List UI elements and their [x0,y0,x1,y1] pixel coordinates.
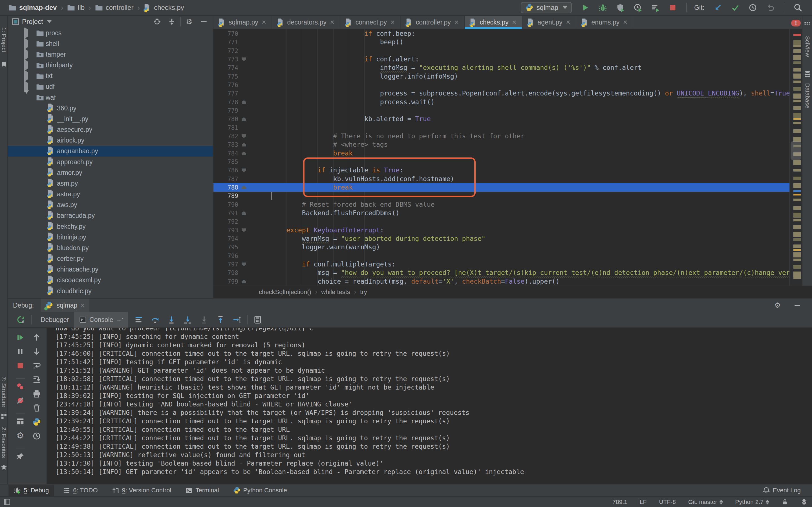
mute-breakpoints-icon[interactable] [14,395,27,406]
step-into-icon[interactable] [165,314,177,326]
breadcrumb-item[interactable]: sqlmap-dev [8,4,57,11]
collapse-all-icon[interactable] [165,17,178,27]
close-icon[interactable]: ✕ [623,19,627,25]
code-line[interactable]: msg = "how do you want to proceed? [ne(X… [271,269,790,277]
tree-item-aesecure.py[interactable]: aesecure.py [8,124,213,135]
tree-item-waf[interactable]: waf [8,92,213,103]
tree-item-bitninja.py[interactable]: bitninja.py [8,232,213,242]
breadcrumb-item[interactable]: checks.py [144,3,184,12]
close-icon[interactable]: ✕ [566,19,571,25]
fold-marker-icon[interactable] [242,143,246,147]
restore-layout-icon[interactable] [14,416,27,427]
python-console-icon[interactable] [31,416,43,428]
tab-debugger[interactable]: Debugger [36,312,74,328]
code-editor[interactable]: 770 if conf.beep:771 beep()772773 if con… [213,29,790,286]
editor-tab-connect.py[interactable]: connect.py✕ [340,16,401,29]
error-indicator-icon[interactable]: ! [791,20,801,26]
show-execution-point-icon[interactable] [133,314,145,326]
breadcrumb-item[interactable]: lib [67,4,85,11]
code-line[interactable]: process.wait() [271,98,435,107]
git-commit-icon[interactable] [729,1,742,14]
code-line[interactable]: if conf.beep: [271,29,415,38]
tree-item-aws.py[interactable]: aws.py [8,200,213,210]
hector-inspector-icon[interactable] [801,499,808,505]
rollback-icon[interactable] [764,1,776,14]
chevron-right-icon[interactable] [24,61,28,69]
tree-item-__init__.py[interactable]: __init__.py [8,114,213,124]
fold-marker-icon[interactable] [242,57,246,61]
code-line[interactable]: Backend.flushForcedDbms() [271,209,400,217]
gear-icon[interactable]: ⚙ [771,299,784,312]
close-icon[interactable]: ✕ [262,19,266,25]
fold-marker-icon[interactable] [242,117,246,121]
settings-icon[interactable]: ⚙ [14,430,27,441]
view-breakpoints-icon[interactable] [14,381,27,392]
tree-item-anquanbao.py[interactable]: anquanbao.py [8,146,213,157]
soft-wrap-icon[interactable] [31,360,43,371]
step-out-icon[interactable] [214,314,227,326]
code-line[interactable]: kb.alerted = True [271,115,431,123]
code-line[interactable]: choice = readInput(msg, default='X', che… [271,277,560,286]
tree-item-thirdparty[interactable]: thirdparty [8,60,213,71]
tree-item-cerber.py[interactable]: cerber.py [8,253,213,264]
close-icon[interactable]: ✕ [390,19,395,25]
sidebar-item-sciview[interactable]: SciView [802,21,812,65]
run-with-icon[interactable] [649,1,661,14]
tree-item-barracuda.py[interactable]: barracuda.py [8,210,213,221]
tree-item-bluedon.py[interactable]: bluedon.py [8,242,213,253]
caret-position[interactable]: 789:1 [612,499,627,505]
project-pane-title[interactable]: Project [22,18,43,25]
chevron-right-icon[interactable] [24,29,28,37]
run-icon[interactable] [579,1,592,14]
close-icon[interactable]: ✕ [454,19,459,25]
tree-item-airlock.py[interactable]: airlock.py [8,135,213,146]
tree-item-bekchy.py[interactable]: bekchy.py [8,221,213,232]
chevron-right-icon[interactable] [24,72,28,80]
line-ending[interactable]: LF [640,499,647,505]
sidebar-item-structure[interactable]: 7: Structure [0,371,8,420]
scrollbar-thumb[interactable] [791,142,801,160]
search-icon[interactable] [792,1,804,14]
editor-tab-decorators.py[interactable]: decorators.py✕ [272,16,340,29]
toolwindow-button-version-control[interactable]: 9: Version Control [107,485,176,496]
stop-icon[interactable] [666,1,679,14]
fold-marker-icon[interactable] [242,263,246,266]
code-line[interactable]: logger.info(infoMsg) [271,72,458,81]
toolwindow-button-terminal[interactable]: Terminal [180,485,224,496]
chevron-right-icon[interactable] [24,83,28,91]
error-stripe-scrollbar[interactable] [790,29,802,286]
tree-item-txt[interactable]: txt [8,71,213,81]
tree-item-ciscoacexml.py[interactable]: ciscoacexml.py [8,275,213,286]
rerun-icon[interactable] [15,314,27,326]
evaluate-expression-icon[interactable] [252,314,264,326]
sidebar-item-database[interactable]: Database [802,70,812,114]
tree-item-360.py[interactable]: 360.py [8,103,213,114]
tree-item-astra.py[interactable]: astra.py [8,189,213,200]
fold-marker-icon[interactable] [242,228,246,232]
close-icon[interactable]: ✕ [512,19,517,25]
code-line[interactable]: beep() [271,38,403,47]
editor-tab-sqlmap.py[interactable]: sqlmap.py✕ [213,16,272,29]
pin-icon[interactable] [14,451,27,462]
run-configuration-select[interactable]: sqlmap [521,2,572,13]
breadcrumb-item[interactable]: controller [95,4,134,11]
sidebar-item-project[interactable]: 1: Project [0,18,8,68]
event-log-button[interactable]: Event Log [763,487,812,494]
python-interpreter[interactable]: Python 2.7 [735,499,769,505]
breadcrumb-block[interactable]: try [360,288,367,296]
fold-marker-icon[interactable] [242,152,246,155]
pause-icon[interactable] [14,346,27,357]
tree-item-cloudbric.py[interactable]: cloudbric.py [8,286,213,296]
code-line[interactable]: logger.warn(warnMsg) [271,243,380,251]
toolwindow-toggle-icon[interactable] [0,498,11,506]
debug-session-tab[interactable]: sqlmap ✕ [41,298,89,312]
tree-item-procs[interactable]: procs [8,27,213,38]
tree-item-shell[interactable]: shell [8,38,213,49]
locate-icon[interactable] [151,17,163,27]
code-line[interactable]: # There is no need to perform this test … [271,132,524,140]
hide-icon[interactable] [198,17,210,27]
toolwindow-button-debug[interactable]: 5: Debug [8,485,54,496]
fold-marker-icon[interactable] [242,100,246,104]
close-icon[interactable]: ✕ [80,302,85,309]
down-stack-icon[interactable] [31,346,43,357]
